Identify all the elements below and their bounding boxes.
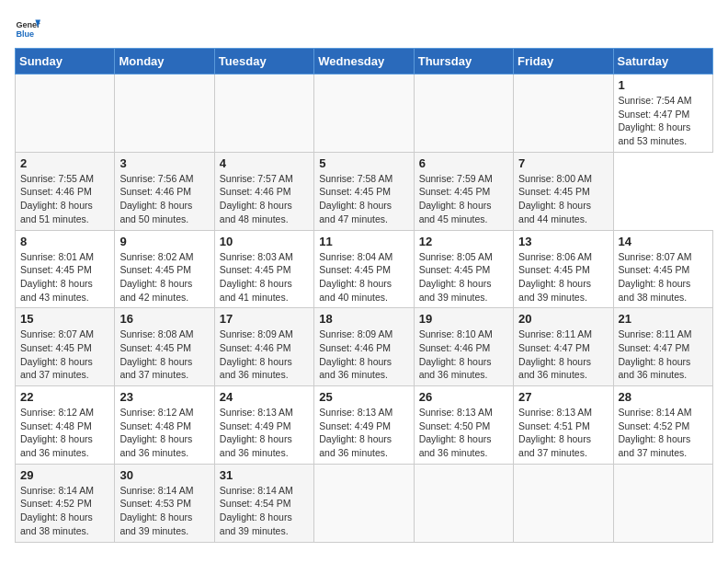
day-number: 5	[319, 156, 408, 170]
calendar-cell	[414, 75, 513, 153]
day-info: Sunrise: 8:14 AMSunset: 4:53 PMDaylight:…	[119, 484, 209, 538]
day-number: 12	[419, 235, 508, 248]
day-number: 22	[20, 390, 109, 404]
day-info: Sunrise: 7:58 AMSunset: 4:45 PMDaylight:…	[319, 172, 408, 226]
day-info: Sunrise: 8:11 AMSunset: 4:47 PMDaylight:…	[619, 327, 708, 382]
calendar-table: SundayMondayTuesdayWednesdayThursdayFrid…	[15, 48, 713, 543]
day-info: Sunrise: 8:14 AMSunset: 4:54 PMDaylight:…	[220, 484, 309, 538]
day-number: 18	[319, 312, 408, 326]
calendar-cell	[314, 464, 414, 542]
day-number: 8	[20, 235, 109, 248]
day-number: 19	[419, 312, 508, 326]
calendar-cell	[115, 75, 214, 153]
weekday-header-tuesday: Tuesday	[214, 49, 313, 75]
calendar-cell: 2 Sunrise: 7:55 AMSunset: 4:46 PMDayligh…	[16, 152, 115, 230]
day-number: 30	[119, 468, 209, 482]
day-number: 26	[419, 390, 508, 404]
calendar-week-row: 22 Sunrise: 8:12 AMSunset: 4:48 PMDaylig…	[16, 386, 713, 465]
calendar-cell: 11 Sunrise: 8:04 AMSunset: 4:45 PMDaylig…	[314, 230, 414, 308]
calendar-cell: 8 Sunrise: 8:01 AMSunset: 4:45 PMDayligh…	[16, 230, 115, 308]
day-number: 11	[319, 235, 408, 248]
calendar-cell: 24 Sunrise: 8:13 AMSunset: 4:49 PMDaylig…	[214, 386, 313, 465]
weekday-header-monday: Monday	[115, 49, 214, 75]
day-info: Sunrise: 8:13 AMSunset: 4:49 PMDaylight:…	[220, 406, 309, 460]
calendar-cell: 6 Sunrise: 7:59 AMSunset: 4:45 PMDayligh…	[414, 152, 513, 230]
day-number: 14	[619, 235, 708, 248]
calendar-cell: 17 Sunrise: 8:09 AMSunset: 4:46 PMDaylig…	[214, 308, 313, 386]
day-info: Sunrise: 8:05 AMSunset: 4:45 PMDaylight:…	[419, 250, 508, 304]
calendar-week-row: 15 Sunrise: 8:07 AMSunset: 4:45 PMDaylig…	[16, 308, 713, 386]
calendar-cell	[16, 75, 115, 153]
weekday-header-row: SundayMondayTuesdayWednesdayThursdayFrid…	[16, 49, 713, 75]
day-number: 21	[619, 312, 708, 326]
weekday-header-saturday: Saturday	[613, 49, 712, 75]
calendar-cell: 21 Sunrise: 8:11 AMSunset: 4:47 PMDaylig…	[613, 308, 712, 386]
calendar-cell: 23 Sunrise: 8:12 AMSunset: 4:48 PMDaylig…	[115, 386, 214, 465]
day-info: Sunrise: 8:13 AMSunset: 4:51 PMDaylight:…	[518, 406, 608, 460]
day-info: Sunrise: 7:59 AMSunset: 4:45 PMDaylight:…	[419, 172, 508, 226]
calendar-cell: 15 Sunrise: 8:07 AMSunset: 4:45 PMDaylig…	[16, 308, 115, 386]
weekday-header-thursday: Thursday	[414, 49, 513, 75]
day-number: 20	[518, 312, 608, 326]
calendar-cell: 3 Sunrise: 7:56 AMSunset: 4:46 PMDayligh…	[115, 152, 214, 230]
day-number: 6	[419, 156, 508, 170]
day-info: Sunrise: 8:14 AMSunset: 4:52 PMDaylight:…	[619, 406, 708, 460]
day-info: Sunrise: 8:12 AMSunset: 4:48 PMDaylight:…	[20, 406, 109, 460]
calendar-week-row: 8 Sunrise: 8:01 AMSunset: 4:45 PMDayligh…	[16, 230, 713, 308]
day-number: 1	[619, 78, 708, 92]
calendar-cell: 1 Sunrise: 7:54 AMSunset: 4:47 PMDayligh…	[613, 75, 712, 153]
calendar-cell	[414, 464, 513, 542]
day-info: Sunrise: 8:13 AMSunset: 4:49 PMDaylight:…	[319, 406, 408, 460]
svg-text:Blue: Blue	[16, 29, 34, 39]
calendar-cell: 19 Sunrise: 8:10 AMSunset: 4:46 PMDaylig…	[414, 308, 513, 386]
calendar-cell: 13 Sunrise: 8:06 AMSunset: 4:45 PMDaylig…	[514, 230, 613, 308]
day-info: Sunrise: 8:10 AMSunset: 4:46 PMDaylight:…	[419, 327, 508, 382]
day-number: 4	[220, 156, 309, 170]
logo: General Blue	[15, 15, 44, 40]
day-info: Sunrise: 7:55 AMSunset: 4:46 PMDaylight:…	[20, 172, 109, 226]
calendar-cell: 22 Sunrise: 8:12 AMSunset: 4:48 PMDaylig…	[16, 386, 115, 465]
weekday-header-sunday: Sunday	[16, 49, 115, 75]
day-number: 28	[619, 390, 708, 404]
calendar-cell: 28 Sunrise: 8:14 AMSunset: 4:52 PMDaylig…	[613, 386, 712, 465]
calendar-cell	[613, 464, 712, 542]
calendar-cell: 14 Sunrise: 8:07 AMSunset: 4:45 PMDaylig…	[613, 230, 712, 308]
day-info: Sunrise: 8:13 AMSunset: 4:50 PMDaylight:…	[419, 406, 508, 460]
calendar-cell: 9 Sunrise: 8:02 AMSunset: 4:45 PMDayligh…	[115, 230, 214, 308]
day-number: 13	[518, 235, 608, 248]
calendar-cell	[514, 75, 613, 153]
day-info: Sunrise: 8:11 AMSunset: 4:47 PMDaylight:…	[518, 327, 608, 382]
calendar-week-row: 29 Sunrise: 8:14 AMSunset: 4:52 PMDaylig…	[16, 464, 713, 542]
calendar-cell: 31 Sunrise: 8:14 AMSunset: 4:54 PMDaylig…	[214, 464, 313, 542]
calendar-week-row: 2 Sunrise: 7:55 AMSunset: 4:46 PMDayligh…	[16, 152, 713, 230]
calendar-cell: 25 Sunrise: 8:13 AMSunset: 4:49 PMDaylig…	[314, 386, 414, 465]
day-info: Sunrise: 7:54 AMSunset: 4:47 PMDaylight:…	[619, 94, 708, 148]
day-number: 17	[220, 312, 309, 326]
calendar-cell: 30 Sunrise: 8:14 AMSunset: 4:53 PMDaylig…	[115, 464, 214, 542]
day-number: 9	[119, 235, 209, 248]
day-info: Sunrise: 7:56 AMSunset: 4:46 PMDaylight:…	[119, 172, 209, 226]
day-number: 16	[119, 312, 209, 326]
calendar-cell: 7 Sunrise: 8:00 AMSunset: 4:45 PMDayligh…	[514, 152, 613, 230]
calendar-cell: 18 Sunrise: 8:09 AMSunset: 4:46 PMDaylig…	[314, 308, 414, 386]
calendar-cell	[314, 75, 414, 153]
day-info: Sunrise: 8:04 AMSunset: 4:45 PMDaylight:…	[319, 250, 408, 304]
day-info: Sunrise: 8:06 AMSunset: 4:45 PMDaylight:…	[518, 250, 608, 304]
weekday-header-friday: Friday	[514, 49, 613, 75]
calendar-week-row: 1 Sunrise: 7:54 AMSunset: 4:47 PMDayligh…	[16, 75, 713, 153]
day-number: 23	[119, 390, 209, 404]
day-number: 10	[220, 235, 309, 248]
day-info: Sunrise: 8:00 AMSunset: 4:45 PMDaylight:…	[518, 172, 608, 226]
calendar-cell: 20 Sunrise: 8:11 AMSunset: 4:47 PMDaylig…	[514, 308, 613, 386]
calendar-cell: 29 Sunrise: 8:14 AMSunset: 4:52 PMDaylig…	[16, 464, 115, 542]
calendar-cell: 4 Sunrise: 7:57 AMSunset: 4:46 PMDayligh…	[214, 152, 313, 230]
day-info: Sunrise: 8:08 AMSunset: 4:45 PMDaylight:…	[119, 327, 209, 382]
day-number: 3	[119, 156, 209, 170]
calendar-cell: 12 Sunrise: 8:05 AMSunset: 4:45 PMDaylig…	[414, 230, 513, 308]
weekday-header-wednesday: Wednesday	[314, 49, 414, 75]
day-info: Sunrise: 8:09 AMSunset: 4:46 PMDaylight:…	[319, 327, 408, 382]
logo-icon: General Blue	[15, 15, 40, 40]
day-number: 27	[518, 390, 608, 404]
day-info: Sunrise: 8:07 AMSunset: 4:45 PMDaylight:…	[20, 327, 109, 382]
day-info: Sunrise: 8:12 AMSunset: 4:48 PMDaylight:…	[119, 406, 209, 460]
